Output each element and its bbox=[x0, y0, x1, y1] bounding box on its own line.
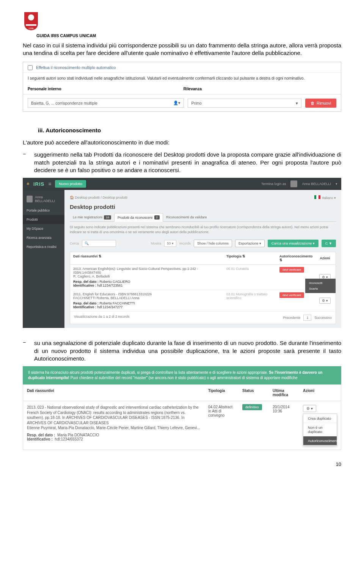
bullet-dash: − bbox=[23, 151, 27, 174]
page-number: 10 bbox=[23, 461, 341, 467]
user-name[interactable]: Anna BELLADELLI bbox=[302, 182, 331, 186]
screenshot-duplicate-alert: Il sistema ha riconsciuto alcuni prodott… bbox=[23, 366, 341, 450]
th-personale: Personale interno bbox=[28, 86, 184, 91]
tab-da-riconoscere[interactable]: Prodotti da riconoscere2 bbox=[114, 213, 163, 222]
row-tipologia: 06.01 Curatela bbox=[223, 265, 276, 290]
svg-text:1336: 1336 bbox=[28, 27, 34, 30]
sidebar-item-prodotti[interactable]: Prodotti bbox=[23, 215, 64, 224]
pager-next[interactable]: Successivo bbox=[314, 316, 332, 320]
action-non-duplicato[interactable]: Non è un duplicato bbox=[303, 423, 337, 436]
pager-prev[interactable]: Precedente bbox=[283, 316, 300, 320]
actions-dropdown: Crea duplicato Non è un duplicato Autori… bbox=[303, 414, 337, 446]
row-title: 2013. 023 - National observational study… bbox=[27, 405, 201, 431]
sidebar-item-ricerca[interactable]: Ricerca avanzata bbox=[23, 233, 64, 242]
actions-menu-button[interactable]: ⚙ ▾ bbox=[303, 405, 316, 412]
lead-paragraph: L'autore può accedere all'autoriconoscim… bbox=[23, 139, 341, 146]
th-azioni: Azioni bbox=[314, 252, 336, 264]
breadcrumb: 🏠 Desktop prodotti / Desktop prodotti bbox=[70, 196, 127, 199]
tab-note: Di seguito sono indicate pubblicazioni p… bbox=[70, 222, 336, 237]
loadview-button[interactable]: Carica una visualizzazione ▾ bbox=[268, 240, 318, 247]
duplicate-alert: Il sistema ha riconsciuto alcuni prodott… bbox=[23, 366, 341, 384]
pager-page[interactable]: 1 bbox=[303, 315, 311, 321]
th-dati[interactable]: Dati riassuntivi ⇅ bbox=[70, 252, 223, 264]
sidebar: Anna BELLADELLI Portale pubblico Prodott… bbox=[23, 190, 64, 328]
table-row: 2013. 023 - National observational study… bbox=[23, 401, 341, 450]
th-tipologia[interactable]: Tipologia ⇅ bbox=[223, 252, 276, 264]
th-status: Status bbox=[238, 385, 269, 401]
svg-rect-1 bbox=[26, 24, 36, 26]
row-tipologia: 03.01 Monografia o trattato scientifico bbox=[223, 290, 276, 311]
th-rilevanza: Rilevanza bbox=[184, 86, 295, 91]
sidebar-item-portale[interactable]: Portale pubblico bbox=[23, 206, 64, 215]
status-badge: devi verificare bbox=[279, 267, 304, 273]
remove-button[interactable]: 🗑 Rimuovi bbox=[305, 99, 336, 108]
th-auto[interactable]: Autoriconoscimento ⇅ bbox=[276, 252, 314, 264]
export-button[interactable]: Esportazione ▾ bbox=[235, 240, 265, 247]
auto-multi-checkbox[interactable] bbox=[28, 65, 33, 70]
th-azioni: Azioni bbox=[299, 385, 341, 401]
th-dati: Dati riassuntivi bbox=[23, 385, 204, 401]
intro-paragraph: Nel caso in cui il sistema individui più… bbox=[23, 42, 341, 57]
sidebar-user: Anna BELLADELLI bbox=[35, 195, 61, 203]
status-badge: definitivo bbox=[242, 404, 262, 410]
chevron-down-icon: ▾ bbox=[296, 101, 298, 105]
sidebar-item-mydspace[interactable]: My DSpace bbox=[23, 224, 64, 233]
section-heading: iii. Autoriconoscimento bbox=[38, 127, 341, 133]
row-title[interactable]: 2011. English for Educators - ISBN:97888… bbox=[73, 292, 220, 300]
show-label: Mostra bbox=[151, 241, 162, 245]
new-product-button[interactable]: Nuovo prodotto bbox=[55, 180, 86, 188]
action-riconosciti[interactable]: riconosciti bbox=[305, 280, 336, 286]
flag-it-icon bbox=[314, 195, 320, 199]
trash-icon: 🗑 bbox=[311, 101, 315, 105]
iris-brand: IRIS bbox=[33, 181, 44, 187]
records-label: records bbox=[179, 241, 191, 245]
action-autoriconoscimento[interactable]: Autoriconoscimento bbox=[303, 436, 337, 445]
row-modifica: 20/1/2014 10:36 bbox=[269, 401, 299, 450]
termina-login-link[interactable]: Termina login as bbox=[261, 182, 286, 186]
action-scarta[interactable]: Scarta bbox=[305, 286, 336, 292]
action-crea-duplicato[interactable]: Crea duplicato bbox=[303, 414, 337, 423]
guide-title: GUIDA IRIS CAMPUS UNICAM bbox=[36, 33, 341, 38]
user-icon: 👤▾ bbox=[173, 100, 180, 105]
showhide-cols-button[interactable]: Show / hide columns bbox=[194, 240, 232, 247]
unicam-logo: 1336 bbox=[23, 11, 39, 31]
status-badge: devi verificare bbox=[279, 292, 304, 298]
author-select[interactable]: Baietta, G, ... corrispondenze multiple … bbox=[28, 98, 184, 108]
page-title: Desktop prodotti bbox=[70, 201, 336, 213]
menu-icon[interactable]: ≡ bbox=[48, 181, 51, 187]
bullet-2: su una segnalazione di potenziale duplic… bbox=[34, 339, 341, 362]
pager-info: Visualizzazione da 1 a 2 di 2 records bbox=[74, 315, 129, 321]
svg-point-0 bbox=[28, 14, 34, 20]
tab-da-validare[interactable]: Riconoscimenti da validare bbox=[163, 213, 210, 221]
actions-dropdown: riconosciti Scarta bbox=[305, 279, 336, 293]
screenshot-iris-desktop: ✻ IRIS ≡ Nuovo prodotto Termina login as… bbox=[23, 178, 341, 328]
chevron-down-icon[interactable]: ▾ bbox=[336, 182, 337, 186]
relevance-select[interactable]: Primo ▾ bbox=[188, 99, 301, 108]
sidebar-item-report[interactable]: Reportistica e Analisi bbox=[23, 242, 64, 251]
th-tipologia: Tipologia bbox=[204, 385, 238, 401]
search-label: Cerca bbox=[70, 241, 79, 245]
refresh-button[interactable]: C ▼ bbox=[322, 240, 336, 247]
bullet-dash: − bbox=[23, 339, 27, 362]
table-row: 2013. American English(es): Linguistic a… bbox=[70, 265, 336, 290]
lang-select[interactable]: Italiano ▾ bbox=[314, 195, 336, 200]
bullet-1: suggerimento nella tab Prodotti da ricon… bbox=[34, 151, 341, 174]
th-modifica: Ultima modifica bbox=[269, 385, 299, 401]
ss1-desc: I seguenti autori sono stati individuati… bbox=[23, 73, 341, 83]
search-input[interactable]: 🔍 bbox=[82, 240, 116, 247]
row-title[interactable]: 2013. American English(es): Linguistic a… bbox=[73, 267, 220, 278]
page-size-select[interactable]: 50 ▾ bbox=[164, 240, 176, 247]
tab-registrazioni[interactable]: Le mie registrazioni16 bbox=[70, 213, 114, 221]
row-tipologia: 04.02 Abstract in Atti di convegno bbox=[204, 401, 238, 450]
sidebar-avatar bbox=[27, 196, 33, 202]
star-icon: ✻ bbox=[27, 182, 30, 186]
avatar bbox=[290, 180, 297, 187]
auto-multi-label: Effettua il riconoscimento multiplo auto… bbox=[36, 65, 116, 70]
actions-menu-button[interactable]: ⚙ ▾ bbox=[319, 298, 331, 304]
table-row: 2011. English for Educators - ISBN:97888… bbox=[70, 290, 336, 312]
screenshot-multi-match: Effettua il riconoscimento multiplo auto… bbox=[23, 62, 341, 112]
